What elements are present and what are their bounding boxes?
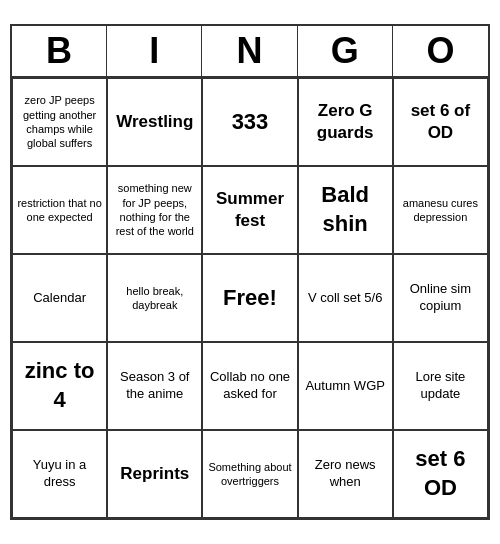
bingo-cell-18: Autumn WGP [298, 342, 393, 430]
bingo-cell-7: Summer fest [202, 166, 297, 254]
bingo-cell-21: Reprints [107, 430, 202, 518]
bingo-cell-15: zinc to 4 [12, 342, 107, 430]
bingo-cell-20: Yuyu in a dress [12, 430, 107, 518]
bingo-header: BINGO [12, 26, 488, 78]
bingo-cell-11: hello break, daybreak [107, 254, 202, 342]
bingo-cell-6: something new for JP peeps, nothing for … [107, 166, 202, 254]
bingo-grid: zero JP peeps getting another champs whi… [12, 78, 488, 518]
bingo-cell-10: Calendar [12, 254, 107, 342]
header-letter-g: G [298, 26, 393, 76]
bingo-card: BINGO zero JP peeps getting another cham… [10, 24, 490, 520]
bingo-cell-16: Season 3 of the anime [107, 342, 202, 430]
bingo-cell-2: 333 [202, 78, 297, 166]
bingo-cell-1: Wrestling [107, 78, 202, 166]
bingo-cell-5: restriction that no one expected [12, 166, 107, 254]
header-letter-i: I [107, 26, 202, 76]
bingo-cell-14: Online sim copium [393, 254, 488, 342]
bingo-cell-23: Zero news when [298, 430, 393, 518]
bingo-cell-19: Lore site update [393, 342, 488, 430]
header-letter-n: N [202, 26, 297, 76]
bingo-cell-8: Bald shin [298, 166, 393, 254]
bingo-cell-13: V coll set 5/6 [298, 254, 393, 342]
bingo-cell-0: zero JP peeps getting another champs whi… [12, 78, 107, 166]
bingo-cell-4: set 6 of OD [393, 78, 488, 166]
bingo-cell-12: Free! [202, 254, 297, 342]
bingo-cell-17: Collab no one asked for [202, 342, 297, 430]
bingo-cell-3: Zero G guards [298, 78, 393, 166]
bingo-cell-22: Something about overtriggers [202, 430, 297, 518]
bingo-cell-24: set 6 OD [393, 430, 488, 518]
bingo-cell-9: amanesu cures depression [393, 166, 488, 254]
header-letter-b: B [12, 26, 107, 76]
header-letter-o: O [393, 26, 488, 76]
